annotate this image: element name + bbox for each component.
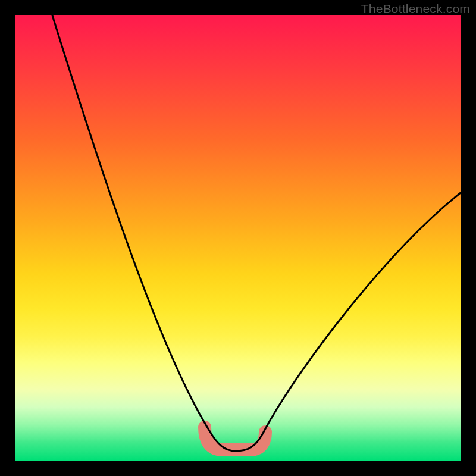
trough-marker — [205, 427, 265, 450]
watermark-text: TheBottleneck.com — [361, 2, 470, 16]
curve-layer — [15, 15, 461, 461]
chart-frame: TheBottleneck.com — [0, 0, 476, 476]
curve-right — [236, 193, 461, 451]
curve-left — [52, 15, 236, 451]
plot-area — [15, 15, 461, 461]
